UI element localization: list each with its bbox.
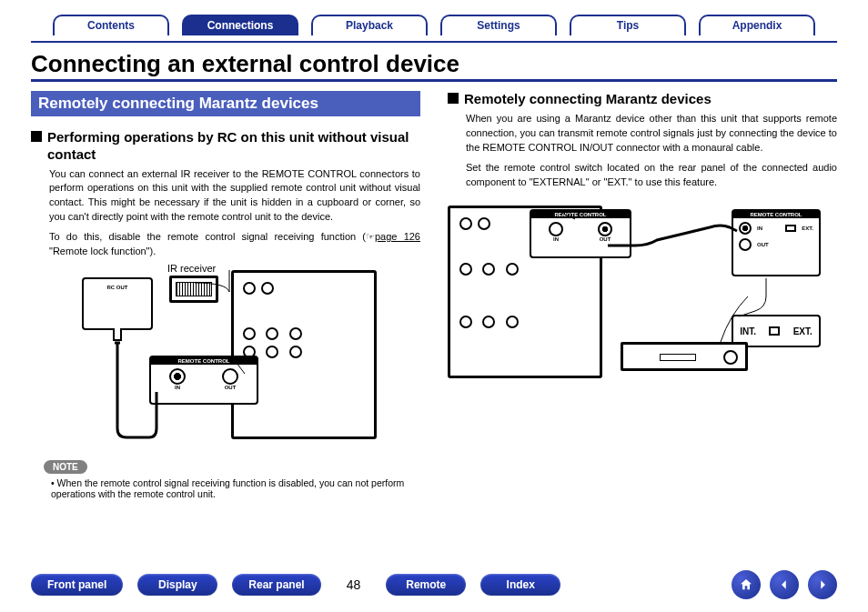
right-para-2: Set the remote control switch located on… — [448, 161, 837, 190]
diagram-cable — [49, 265, 377, 451]
page-link[interactable]: page 126 — [375, 231, 420, 242]
tab-connections[interactable]: Connections — [182, 15, 298, 35]
note-item: When the remote control signal receiving… — [51, 477, 420, 499]
left-para-2b: "Remote lock function"). — [49, 246, 156, 256]
right-connection-diagram: REMOTE CONTROL IN OUT REMOTE C — [448, 206, 821, 424]
left-column: Remotely connecting Marantz devices Perf… — [31, 91, 420, 499]
section-banner: Remotely connecting Marantz devices — [31, 91, 420, 116]
left-para-2a: To do this, disable the remote control s… — [49, 231, 366, 242]
tab-contents[interactable]: Contents — [53, 15, 169, 35]
left-connection-diagram: IR receiver RC OUT — [49, 265, 377, 451]
prev-arrow-icon[interactable] — [770, 570, 799, 599]
square-bullet-icon — [448, 93, 459, 104]
tab-playback[interactable]: Playback — [311, 15, 428, 35]
left-heading-text: Performing operations by RC on this unit… — [47, 129, 420, 164]
footer-rear-panel-button[interactable]: Rear panel — [232, 574, 320, 596]
right-column: Remotely connecting Marantz devices When… — [448, 91, 837, 499]
diagram-cable — [448, 206, 830, 424]
tab-settings[interactable]: Settings — [440, 15, 557, 35]
tab-tips[interactable]: Tips — [570, 15, 686, 35]
footer-display-button[interactable]: Display — [137, 574, 217, 596]
right-para-1: When you are using a Marantz device othe… — [448, 112, 837, 156]
note-badge: NOTE — [44, 460, 87, 474]
footer-index-button[interactable]: Index — [480, 574, 560, 596]
right-heading-text: Remotely connecting Marantz devices — [464, 91, 712, 108]
left-para-2: To do this, disable the remote control s… — [31, 230, 420, 259]
footer: Front panel Display Rear panel 48 Remote… — [0, 570, 868, 599]
left-para-1: You can connect an external IR receiver … — [31, 167, 420, 226]
home-icon[interactable] — [732, 570, 761, 599]
note-list: When the remote control signal receiving… — [31, 477, 420, 499]
left-heading: Performing operations by RC on this unit… — [31, 129, 420, 164]
tab-underline — [31, 41, 837, 43]
square-bullet-icon — [31, 131, 42, 142]
footer-remote-button[interactable]: Remote — [386, 574, 466, 596]
page-title: Connecting an external control device — [31, 50, 837, 82]
tab-appendix[interactable]: Appendix — [699, 15, 815, 35]
right-heading: Remotely connecting Marantz devices — [448, 91, 837, 108]
footer-front-panel-button[interactable]: Front panel — [31, 574, 123, 596]
pointer-icon: ☞ — [366, 231, 375, 242]
page-number: 48 — [347, 577, 361, 592]
top-tabs: Contents Connections Playback Settings T… — [31, 15, 837, 35]
next-arrow-icon[interactable] — [808, 570, 837, 599]
